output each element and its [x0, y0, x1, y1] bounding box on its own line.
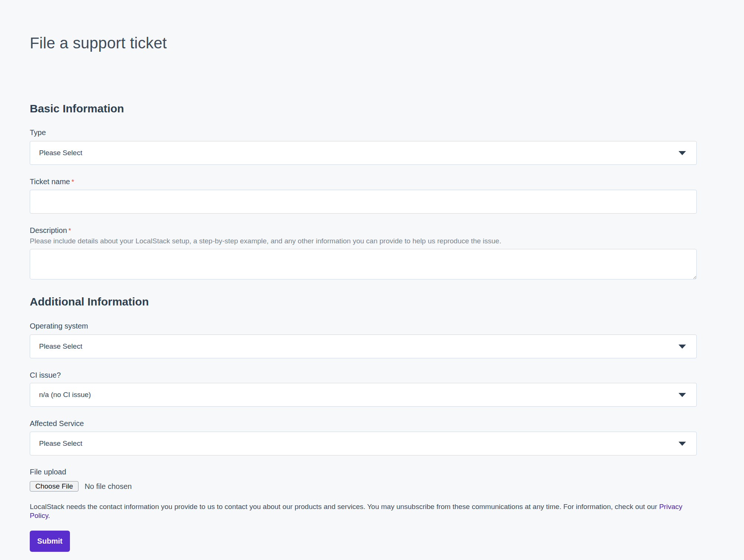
description-helper-text: Please include details about your LocalS… [30, 237, 697, 246]
page-title: File a support ticket [30, 0, 697, 52]
affected-service-label: Affected Service [30, 419, 697, 428]
affected-service-label-text: Affected Service [30, 419, 84, 428]
section-heading-additional-information: Additional Information [30, 295, 697, 308]
chevron-down-icon [679, 345, 686, 349]
affected-service-select[interactable]: Please Select [30, 432, 697, 455]
operating-system-select[interactable]: Please Select [30, 335, 697, 358]
ticket-name-label-text: Ticket name [30, 177, 70, 186]
type-label: Type [30, 128, 697, 137]
file-upload-control: Choose File No file chosen [30, 481, 697, 492]
privacy-notice-text: LocalStack needs the contact information… [30, 503, 659, 511]
chevron-down-icon [679, 393, 686, 397]
required-asterisk: * [71, 178, 74, 186]
file-upload-label: File upload [30, 467, 697, 476]
ci-issue-label: CI issue? [30, 371, 697, 380]
operating-system-label: Operating system [30, 321, 697, 330]
type-select-value: Please Select [39, 149, 82, 157]
chevron-down-icon [679, 151, 686, 155]
ticket-name-label: Ticket name* [30, 177, 697, 186]
ticket-name-input[interactable] [30, 190, 697, 214]
type-select[interactable]: Please Select [30, 141, 697, 165]
privacy-notice: LocalStack needs the contact information… [30, 502, 697, 520]
ci-issue-select[interactable]: n/a (no CI issue) [30, 383, 697, 407]
required-asterisk: * [68, 227, 71, 234]
choose-file-button[interactable]: Choose File [30, 481, 78, 492]
description-label: Description* [30, 226, 697, 235]
section-heading-basic-information: Basic Information [30, 102, 697, 115]
file-upload-label-text: File upload [30, 468, 66, 476]
chevron-down-icon [679, 442, 686, 446]
affected-service-select-value: Please Select [39, 439, 82, 448]
description-textarea[interactable] [30, 249, 697, 279]
privacy-notice-period: . [48, 512, 50, 519]
ci-issue-select-value: n/a (no CI issue) [39, 391, 91, 399]
file-chosen-status: No file chosen [84, 482, 132, 491]
operating-system-select-value: Please Select [39, 342, 82, 351]
description-label-text: Description [30, 226, 67, 234]
ci-issue-label-text: CI issue? [30, 371, 61, 379]
type-label-text: Type [30, 128, 46, 137]
submit-button[interactable]: Submit [30, 531, 70, 552]
operating-system-label-text: Operating system [30, 322, 88, 330]
support-ticket-page: File a support ticket Basic Information … [0, 0, 744, 560]
